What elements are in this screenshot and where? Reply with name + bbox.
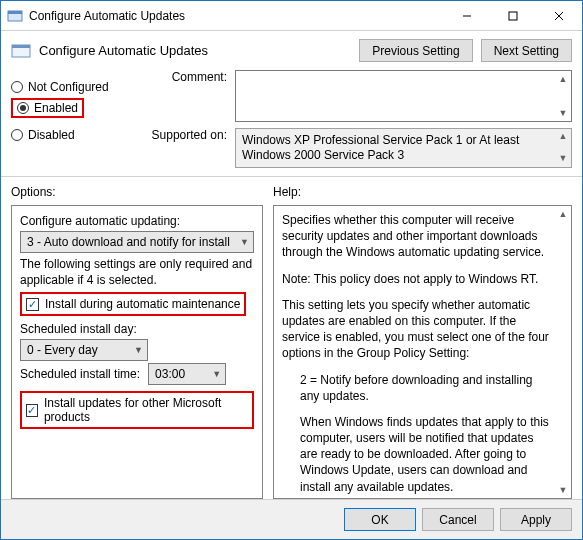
close-button[interactable]: [536, 1, 582, 30]
supported-value: Windows XP Professional Service Pack 1 o…: [242, 133, 519, 162]
radio-icon: [17, 102, 29, 114]
config-updating-label: Configure automatic updating:: [20, 214, 254, 231]
previous-setting-button[interactable]: Previous Setting: [359, 39, 472, 62]
radio-label: Enabled: [34, 101, 78, 115]
options-box: Configure automatic updating: 3 - Auto d…: [11, 205, 263, 499]
select-value: 0 - Every day: [27, 343, 98, 357]
comment-label: Comment:: [145, 70, 231, 84]
state-and-comment: Not Configured Enabled Disabled Comment:…: [1, 66, 582, 177]
comment-textarea[interactable]: ▲▼: [235, 70, 572, 122]
scrollbar[interactable]: ▲▼: [555, 71, 571, 121]
radio-label: Disabled: [28, 128, 75, 142]
options-column: Options: Configure automatic updating: 3…: [11, 183, 263, 499]
scroll-up-icon: ▲: [555, 71, 571, 87]
svg-rect-7: [12, 45, 30, 48]
scroll-down-icon: ▼: [555, 151, 571, 167]
window-controls: [444, 1, 582, 30]
install-maint-checkbox[interactable]: ✓ Install during automatic maintenance: [26, 295, 240, 313]
scrollbar[interactable]: ▲▼: [555, 129, 571, 167]
install-time-label: Scheduled install time:: [20, 367, 140, 381]
config-updating-select[interactable]: 3 - Auto download and notify for install…: [20, 231, 254, 253]
help-column: Help: Specifies whether this computer wi…: [273, 183, 572, 499]
select-value: 3 - Auto download and notify for install: [27, 235, 230, 249]
other-products-checkbox[interactable]: ✓ Install updates for other Microsoft pr…: [26, 394, 248, 426]
checkbox-icon: ✓: [26, 404, 38, 417]
maximize-button[interactable]: [490, 1, 536, 30]
chevron-down-icon: ▼: [212, 369, 221, 379]
checkbox-icon: ✓: [26, 298, 39, 311]
help-text: This setting lets you specify whether au…: [282, 297, 553, 362]
radio-not-configured[interactable]: Not Configured: [11, 76, 135, 98]
radio-enabled[interactable]: Enabled: [17, 101, 78, 115]
supported-label: Supported on:: [145, 128, 231, 142]
chevron-down-icon: ▼: [134, 345, 143, 355]
dialog-footer: OK Cancel Apply: [1, 499, 582, 539]
help-text: 2 = Notify before downloading and instal…: [282, 372, 553, 404]
radio-icon: [11, 81, 23, 93]
highlight-install-maint: ✓ Install during automatic maintenance: [20, 292, 246, 316]
install-day-select[interactable]: 0 - Every day ▼: [20, 339, 148, 361]
install-time-select[interactable]: 03:00 ▼: [148, 363, 226, 385]
scroll-up-icon: ▲: [555, 206, 571, 222]
options-note: The following settings are only required…: [20, 253, 254, 292]
options-label: Options:: [11, 183, 263, 205]
chevron-down-icon: ▼: [240, 237, 249, 247]
titlebar-text: Configure Automatic Updates: [29, 9, 444, 23]
apply-button[interactable]: Apply: [500, 508, 572, 531]
app-icon: [7, 8, 23, 24]
state-radios: Not Configured Enabled Disabled: [11, 70, 135, 168]
minimize-button[interactable]: [444, 1, 490, 30]
help-text: When Windows finds updates that apply to…: [282, 414, 553, 495]
radio-disabled[interactable]: Disabled: [11, 124, 135, 146]
checkbox-label: Install updates for other Microsoft prod…: [44, 396, 248, 424]
header-row: Configure Automatic Updates Previous Set…: [1, 31, 582, 66]
ok-button[interactable]: OK: [344, 508, 416, 531]
titlebar[interactable]: Configure Automatic Updates: [1, 1, 582, 31]
scroll-down-icon: ▼: [555, 482, 571, 498]
radio-icon: [11, 129, 23, 141]
svg-rect-3: [509, 12, 517, 20]
supported-box: Windows XP Professional Service Pack 1 o…: [235, 128, 572, 168]
scroll-down-icon: ▼: [555, 105, 571, 121]
help-label: Help:: [273, 183, 572, 205]
header-title: Configure Automatic Updates: [39, 43, 351, 58]
help-text: Note: This policy does not apply to Wind…: [282, 271, 553, 287]
checkbox-label: Install during automatic maintenance: [45, 297, 240, 311]
highlight-other-products: ✓ Install updates for other Microsoft pr…: [20, 391, 254, 429]
scrollbar[interactable]: ▲▼: [555, 206, 571, 498]
install-day-label: Scheduled install day:: [20, 316, 254, 339]
scroll-up-icon: ▲: [555, 129, 571, 145]
help-box[interactable]: Specifies whether this computer will rec…: [273, 205, 572, 499]
policy-icon: [11, 41, 31, 61]
help-text: Specifies whether this computer will rec…: [282, 212, 553, 261]
select-value: 03:00: [155, 367, 185, 381]
highlight-enabled: Enabled: [11, 98, 84, 118]
dialog-window: Configure Automatic Updates Configure Au…: [0, 0, 583, 540]
next-setting-button[interactable]: Next Setting: [481, 39, 572, 62]
comment-supported-col: Comment: ▲▼ Supported on: Windows XP Pro…: [145, 70, 572, 168]
main-columns: Options: Configure automatic updating: 3…: [1, 177, 582, 499]
cancel-button[interactable]: Cancel: [422, 508, 494, 531]
svg-rect-1: [8, 11, 22, 14]
radio-label: Not Configured: [28, 80, 109, 94]
